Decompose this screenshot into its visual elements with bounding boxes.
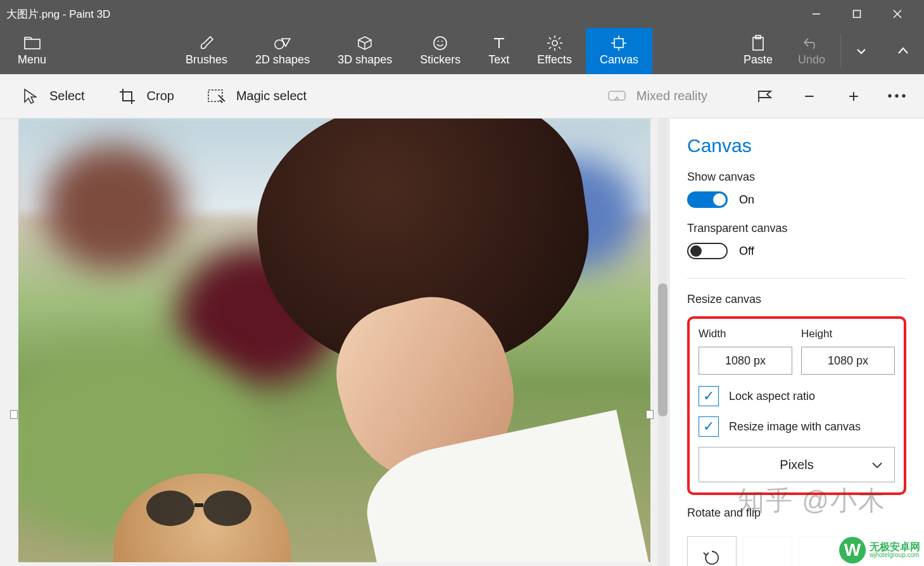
text-tab[interactable]: Text <box>474 28 523 74</box>
folder-icon <box>24 35 41 51</box>
window-maximize-button[interactable] <box>837 0 877 28</box>
transparent-canvas-toggle[interactable] <box>687 243 728 259</box>
svg-rect-18 <box>614 39 623 48</box>
svg-rect-23 <box>753 37 763 50</box>
panel-heading: Canvas <box>687 135 906 157</box>
width-label: Width <box>699 328 792 340</box>
panel-divider <box>687 278 906 279</box>
window-minimize-button[interactable] <box>796 0 837 28</box>
paste-button[interactable]: Paste <box>731 28 785 74</box>
svg-point-8 <box>441 41 443 42</box>
resize-canvas-title: Resize canvas <box>687 293 906 306</box>
svg-rect-26 <box>609 91 625 100</box>
effects-icon <box>547 35 563 51</box>
chevron-down-icon <box>856 48 866 55</box>
sunglasses-icon <box>142 486 256 531</box>
svg-point-28 <box>203 491 251 526</box>
svg-line-15 <box>559 47 560 49</box>
height-input[interactable]: 1080 px <box>801 347 895 375</box>
image-content[interactable] <box>18 119 650 562</box>
show-canvas-toggle[interactable] <box>687 191 728 208</box>
chevron-down-icon <box>871 458 883 472</box>
view-3d-button[interactable] <box>743 74 787 119</box>
brushes-tab[interactable]: Brushes <box>172 28 241 74</box>
lock-aspect-label: Lock aspect ratio <box>729 390 815 403</box>
zoom-in-button[interactable]: + <box>832 74 876 119</box>
brand-name: 无极安卓网 <box>870 542 920 552</box>
window-close-button[interactable] <box>877 0 918 28</box>
zoom-out-button[interactable]: − <box>787 74 832 119</box>
svg-point-27 <box>146 491 194 526</box>
svg-point-9 <box>552 41 557 46</box>
unit-value: Pixels <box>780 458 813 472</box>
magic-select-icon <box>207 89 226 104</box>
clipboard-icon <box>751 35 765 51</box>
rotate-ccw-button[interactable] <box>687 536 737 566</box>
canvas-workspace[interactable] <box>0 119 669 566</box>
ellipsis-icon: ••• <box>887 89 908 103</box>
brand-logo-icon: W <box>839 537 866 563</box>
svg-line-14 <box>549 37 551 39</box>
resize-highlight-box: Width 1080 px Height 1080 px ✓ Lock aspe… <box>687 316 906 495</box>
svg-rect-4 <box>25 39 40 49</box>
mixed-reality-button: Mixed reality <box>591 74 724 119</box>
resize-handle-right[interactable] <box>646 410 654 419</box>
width-input[interactable]: 1080 px <box>699 347 792 375</box>
more-options-button[interactable]: ••• <box>876 74 920 119</box>
watermark-text: 知乎 @小木 <box>738 483 886 518</box>
unit-dropdown[interactable]: Pixels <box>699 447 895 482</box>
rotate-ccw-icon <box>702 548 721 566</box>
canvas-tab[interactable]: Canvas <box>586 28 652 74</box>
text-icon <box>491 35 507 51</box>
cube-icon <box>357 35 372 51</box>
main-ribbon: Menu Brushes 2D shapes 3D shapes Sticker… <box>0 28 924 74</box>
canvas-icon <box>611 35 627 51</box>
svg-point-7 <box>438 41 439 42</box>
flag-icon <box>757 89 773 103</box>
crop-icon <box>118 88 137 105</box>
svg-point-6 <box>434 37 446 49</box>
shapes2d-icon <box>274 35 291 51</box>
brand-domain: wjhotelgroup.com <box>870 552 920 558</box>
cursor-icon <box>20 88 39 105</box>
collapse-ribbon-button[interactable] <box>889 41 918 62</box>
select-tool[interactable]: Select <box>4 74 101 119</box>
plus-icon: + <box>849 86 859 106</box>
history-dropdown-button[interactable] <box>850 41 873 62</box>
svg-rect-1 <box>854 11 861 18</box>
svg-line-17 <box>549 47 551 49</box>
window-title: 大图片.png - Paint 3D <box>6 7 796 22</box>
title-bar: 大图片.png - Paint 3D <box>0 0 924 28</box>
undo-button[interactable]: Undo <box>785 28 838 74</box>
svg-line-16 <box>559 37 560 39</box>
lock-aspect-checkbox[interactable]: ✓ <box>699 386 719 406</box>
effects-tab[interactable]: Effects <box>523 28 586 74</box>
check-icon: ✓ <box>703 388 714 404</box>
brush-icon <box>199 35 214 51</box>
check-icon: ✓ <box>703 418 714 435</box>
shapes3d-tab[interactable]: 3D shapes <box>324 28 406 74</box>
undo-icon <box>803 35 820 51</box>
crop-tool[interactable]: Crop <box>101 74 191 119</box>
show-canvas-state: On <box>739 193 754 207</box>
height-label: Height <box>801 328 895 340</box>
menu-button[interactable]: Menu <box>0 28 64 74</box>
menu-label: Menu <box>18 53 46 67</box>
resize-with-canvas-label: Resize image with canvas <box>729 420 861 434</box>
resize-handle-left[interactable] <box>10 410 18 419</box>
transparent-canvas-label: Transparent canvas <box>687 222 906 235</box>
resize-with-canvas-checkbox[interactable]: ✓ <box>699 416 719 437</box>
rotate-cw-button[interactable] <box>743 536 792 566</box>
minus-icon: − <box>804 86 814 106</box>
svg-point-5 <box>275 40 284 49</box>
shapes2d-tab[interactable]: 2D shapes <box>241 28 324 74</box>
vr-headset-icon <box>607 90 626 103</box>
selection-toolbar: Select Crop Magic select Mixed reality −… <box>0 74 924 119</box>
show-canvas-label: Show canvas <box>687 170 906 184</box>
source-brand-badge: W 无极安卓网 wjhotelgroup.com <box>837 536 923 565</box>
chevron-up-icon <box>897 47 909 55</box>
transparent-canvas-state: Off <box>739 245 754 258</box>
stickers-tab[interactable]: Stickers <box>406 28 474 74</box>
magic-select-tool[interactable]: Magic select <box>191 74 323 119</box>
vertical-scrollbar-thumb[interactable] <box>658 283 668 416</box>
